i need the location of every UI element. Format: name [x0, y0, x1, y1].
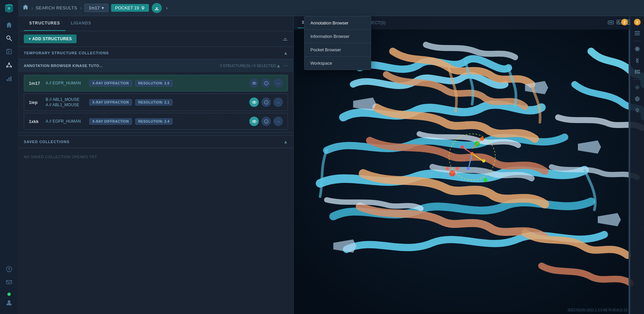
svg-rect-78: [635, 70, 636, 74]
svg-rect-23: [283, 40, 288, 41]
svg-rect-15: [10, 76, 11, 81]
right-tool-menu-icon[interactable]: [632, 28, 642, 38]
logo-icon[interactable]: [3, 3, 15, 15]
svg-line-11: [9, 64, 11, 66]
add-structures-button[interactable]: + ADD STRUCTURES: [24, 35, 77, 43]
eye-btn-1m17[interactable]: [249, 78, 259, 88]
dropdown-item-information-browser[interactable]: Information Browser: [304, 30, 371, 43]
nav-more-btn[interactable]: ›: [164, 4, 169, 12]
svg-line-92: [636, 109, 636, 109]
breadcrumb: › SEARCH RESULTS › 1m17 ▾ POCKET 19 ›: [22, 3, 169, 13]
saved-collections-title: SAVED COLLECTIONS: [24, 140, 69, 144]
svg-point-41: [460, 145, 464, 149]
saved-collections-section: SAVED COLLECTIONS ▲ NO SAVED COLLECTION …: [18, 135, 293, 166]
dropdown-menu: Annotation Browser Information Browser P…: [304, 16, 371, 70]
dropdown-item-pocket-browser[interactable]: Pocket Browser: [304, 43, 371, 57]
svg-point-54: [483, 178, 487, 182]
breadcrumb-sep1: ›: [31, 5, 33, 11]
dropdown-item-annotation-browser[interactable]: Annotation Browser: [304, 16, 371, 30]
svg-point-62: [611, 22, 612, 23]
structure-card-1iep[interactable]: 1iep B // ABL1_MOUSE A // ABL1_MOUSE X-R…: [24, 93, 288, 111]
right-tool-atom-icon[interactable]: [632, 44, 642, 54]
svg-point-9: [10, 66, 12, 68]
collection-group-chevron[interactable]: ▲: [276, 63, 281, 68]
badge-method-1xkk: X-RAY DIFFRACTION: [89, 118, 132, 125]
svg-point-44: [470, 152, 474, 155]
svg-line-95: [636, 111, 636, 111]
right-tool-light-icon[interactable]: [632, 105, 642, 115]
info-btn-1xkk[interactable]: i: [261, 117, 271, 126]
temporary-collections-title: TEMPORARY STRUCTURE COLLECTIONS: [24, 51, 109, 55]
sidebar-feedback-icon[interactable]: [3, 276, 15, 289]
svg-point-25: [253, 82, 255, 84]
vr-icon[interactable]: [608, 19, 614, 26]
structure-card-1m17[interactable]: 1m17 A // EGFR_HUMAN X-RAY DIFFRACTION R…: [24, 75, 288, 91]
svg-point-53: [446, 167, 449, 170]
structure-chain-1iep: B // ABL1_MOUSE A // ABL1_MOUSE: [46, 97, 86, 107]
structure-id-1m17: 1m17: [29, 81, 42, 86]
info-btn-1m17[interactable]: i: [261, 78, 271, 88]
sidebar-help-icon[interactable]: ?: [3, 263, 15, 275]
svg-point-1: [7, 36, 10, 39]
badge-resolution-1m17: RESOLUTION: 2.6: [135, 80, 172, 86]
structure-id-1xkk: 1xkk: [29, 119, 42, 124]
tab-ligands[interactable]: LIGANDS: [65, 16, 97, 31]
left-sidebar: ?: [0, 0, 18, 314]
structure-1m17-actions: i ···: [249, 78, 283, 88]
collection-group-more[interactable]: ···: [284, 63, 288, 69]
svg-line-94: [638, 109, 638, 109]
sidebar-search-icon[interactable]: [3, 32, 15, 44]
pocket-btn[interactable]: POCKET 19: [111, 4, 149, 12]
svg-rect-4: [7, 49, 11, 54]
sidebar-user-icon[interactable]: [3, 297, 15, 309]
badge-method-1iep: X-RAY DIFFRACTION: [89, 99, 132, 106]
right-tool-settings-icon[interactable]: [632, 82, 642, 92]
more-btn-1m17[interactable]: ···: [274, 78, 283, 88]
sidebar-structures-icon[interactable]: [3, 59, 15, 71]
right-tool-badge: 2: [634, 19, 641, 25]
sidebar-home-icon[interactable]: [3, 19, 15, 31]
home-nav-icon[interactable]: [22, 4, 29, 12]
eye-btn-1iep[interactable]: [249, 98, 259, 107]
collection-group-meta: 3 STRUCTURE(S) / 0 SELECTED: [220, 64, 276, 68]
svg-line-2: [10, 39, 12, 41]
structure-card-1xkk[interactable]: 1xkk A // EGFR_HUMAN X-RAY DIFFRACTION R…: [24, 113, 288, 130]
sidebar-analytics-icon[interactable]: [3, 72, 15, 84]
svg-text:i: i: [266, 82, 266, 85]
more-btn-1iep[interactable]: ···: [274, 98, 283, 107]
svg-point-43: [466, 167, 470, 170]
right-tools: 2: [630, 16, 644, 314]
nav-download-btn[interactable]: [152, 3, 162, 13]
svg-point-48: [480, 137, 484, 141]
no-saved-message: NO SAVED COLLECTION OPENED YET: [18, 148, 293, 166]
structure-id-btn[interactable]: 1m17 ▾: [84, 4, 108, 12]
svg-point-33: [253, 121, 255, 122]
svg-point-42: [482, 159, 485, 163]
temporary-collections-chevron[interactable]: ▲: [283, 50, 288, 56]
saved-collections-header: SAVED COLLECTIONS ▲: [18, 136, 293, 148]
dropdown-item-workspace[interactable]: Workspace: [304, 57, 371, 70]
svg-point-29: [253, 102, 255, 103]
info-btn-1iep[interactable]: i: [261, 98, 271, 107]
eye-btn-1xkk[interactable]: [249, 117, 259, 126]
svg-point-87: [636, 109, 638, 111]
svg-rect-71: [635, 35, 640, 35]
svg-rect-80: [638, 70, 640, 71]
svg-line-93: [638, 111, 638, 111]
right-tool-view-icon[interactable]: [632, 94, 642, 104]
svg-text:i: i: [266, 120, 266, 123]
svg-point-20: [142, 7, 144, 9]
right-tool-sequence-icon[interactable]: [632, 67, 642, 77]
collection-group-actions: ▲ ···: [276, 63, 288, 69]
more-btn-1xkk[interactable]: ···: [274, 117, 283, 126]
toolbar: + ADD STRUCTURES: [18, 31, 293, 47]
svg-point-52: [456, 167, 459, 170]
toolbar-download-icon[interactable]: [283, 36, 288, 42]
svg-text:i: i: [266, 101, 266, 104]
tabs-bar: STRUCTURES LIGANDS: [18, 16, 293, 31]
badge-method-1m17: X-RAY DIFFRACTION: [89, 80, 132, 86]
saved-collections-chevron[interactable]: ▲: [283, 139, 288, 144]
sidebar-files-icon[interactable]: [3, 46, 15, 58]
tab-structures[interactable]: STRUCTURES: [24, 16, 65, 31]
right-tool-dna-icon[interactable]: [632, 55, 642, 65]
